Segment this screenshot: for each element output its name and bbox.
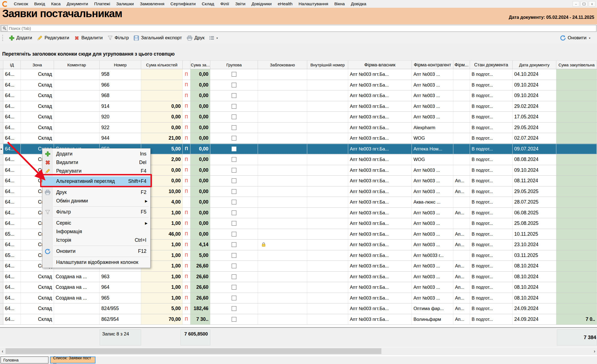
- menubar-item-14[interactable]: Вікна: [331, 1, 348, 6]
- column-header-9[interactable]: Заблоковано: [258, 61, 307, 69]
- export-button[interactable]: Загальний експорт: [131, 34, 184, 42]
- group-checkbox[interactable]: [232, 285, 236, 290]
- menubar-item-0[interactable]: Список: [11, 1, 31, 6]
- context-menu-item-exchange[interactable]: Обмін даними ▶: [42, 197, 150, 205]
- print-button[interactable]: Друк: [184, 34, 207, 42]
- column-header-4[interactable]: Номер: [100, 61, 141, 69]
- group-checkbox[interactable]: [232, 264, 236, 268]
- menubar-item-11[interactable]: Довідники: [249, 1, 275, 6]
- group-checkbox[interactable]: [232, 104, 236, 109]
- menubar-item-4[interactable]: Платежі: [91, 1, 113, 6]
- table-row[interactable]: 64...Склад9140,00П0,00Апт №003 пгт.Ба...…: [0, 101, 597, 112]
- column-header-3[interactable]: Коментар: [54, 61, 100, 69]
- group-checkbox[interactable]: [232, 189, 236, 194]
- group-checkbox[interactable]: [232, 296, 236, 300]
- table-row[interactable]: 64...Склад958П0,00Апт №003 пгт.Ба...Апт …: [0, 69, 597, 80]
- menubar-item-2[interactable]: Каса: [48, 1, 64, 6]
- group-checkbox[interactable]: [232, 115, 236, 119]
- group-checkbox[interactable]: [232, 157, 236, 162]
- minimize-button[interactable]: –: [573, 1, 579, 7]
- edit-button[interactable]: Редагувати: [35, 34, 72, 42]
- table-row[interactable]: 64...Склад968П0,00Апт №003 пгт.Ба...Апт …: [0, 90, 597, 101]
- group-checkbox[interactable]: [232, 221, 236, 226]
- column-header-11[interactable]: Фірма-власник: [348, 61, 412, 69]
- column-header-1[interactable]: ІД: [3, 61, 21, 69]
- group-checkbox[interactable]: [232, 72, 236, 77]
- context-menu-item-alt-view[interactable]: Альтернативний перегляд Shift+F4: [42, 176, 150, 186]
- scroll-left-arrow[interactable]: ‹: [0, 347, 5, 355]
- scroll-right-arrow[interactable]: ›: [592, 347, 597, 355]
- menubar-item-7[interactable]: Сертифікати: [167, 1, 199, 6]
- group-checkbox[interactable]: [232, 93, 236, 98]
- column-header-15[interactable]: Дата документу: [513, 61, 556, 69]
- column-header-7[interactable]: Сума за...: [190, 61, 210, 69]
- context-menu-item-edit[interactable]: Редагувати F4: [42, 167, 150, 175]
- scrollbar-thumb[interactable]: [6, 348, 381, 354]
- restore-button[interactable]: [581, 1, 587, 7]
- group-checkbox[interactable]: [232, 136, 236, 141]
- group-checkbox[interactable]: [232, 178, 236, 183]
- refresh-button[interactable]: Оновити ▾: [560, 35, 590, 41]
- close-button[interactable]: x: [589, 1, 595, 7]
- group-checkbox[interactable]: [232, 242, 236, 247]
- search-input[interactable]: [8, 26, 596, 31]
- menubar-item-9[interactable]: Філії: [217, 1, 232, 6]
- group-checkbox[interactable]: [232, 210, 236, 215]
- context-menu-item-refresh[interactable]: Оновити F12: [42, 247, 150, 256]
- menubar-item-15[interactable]: Довідка: [348, 1, 369, 6]
- context-menu-item-columns[interactable]: Налаштувати відображення колонок: [42, 258, 150, 267]
- column-header-2[interactable]: Зона: [21, 61, 54, 69]
- context-menu-item-filter[interactable]: Фільтр F5: [42, 208, 150, 216]
- group-checkbox[interactable]: [232, 306, 236, 311]
- column-header-6[interactable]: [183, 61, 190, 69]
- group-checkbox[interactable]: [232, 147, 236, 151]
- group-checkbox[interactable]: [232, 83, 236, 87]
- context-menu-item-history[interactable]: Історія Ctrl+I: [42, 236, 150, 245]
- search-box[interactable]: [1, 25, 596, 32]
- context-menu-item-add[interactable]: Додати Ins: [42, 150, 150, 158]
- menubar-item-5[interactable]: Залишки: [113, 1, 137, 6]
- group-checkbox[interactable]: [232, 168, 236, 173]
- menubar-item-13[interactable]: Налаштування: [296, 1, 331, 6]
- table-row[interactable]: 64...Склад94421,00П0,00Апт №003 пгт.Ба..…: [0, 133, 597, 144]
- table-row[interactable]: 64...Склад824/9555,00П182,46Апт №003 пгт…: [0, 303, 597, 314]
- menubar-item-10[interactable]: Звіти: [232, 1, 249, 6]
- table-row[interactable]: 64...Склад9200,00П0,00Апт №003 пгт.Ба...…: [0, 112, 597, 123]
- table-row[interactable]: 64...Склад9220,00П0,00Апт №003 пгт.Ба...…: [0, 123, 597, 133]
- table-row[interactable]: 64...Склад966П0,00Апт №003 пгт.Ба...Апт …: [0, 80, 597, 91]
- column-header-8[interactable]: Групова: [210, 61, 258, 69]
- column-header-14[interactable]: Стан документа: [470, 61, 513, 69]
- context-menu-item-info[interactable]: Інформація: [42, 227, 150, 236]
- menubar-item-12[interactable]: eHealth: [275, 1, 295, 6]
- group-checkbox[interactable]: [232, 317, 236, 322]
- menubar-item-3[interactable]: Документи: [64, 1, 91, 6]
- context-menu-item-print[interactable]: Друк F2: [42, 188, 150, 197]
- table-row[interactable]: 64...Склад862/95470,00П7 30..Апт №003 пг…: [0, 314, 597, 325]
- menubar-item-6[interactable]: Замовлення: [137, 1, 167, 6]
- column-header-13[interactable]: Фірм...: [453, 61, 470, 69]
- view-options-button[interactable]: ▾: [207, 35, 220, 41]
- group-by-panel[interactable]: Перетягніть заголовок колонки сюди для у…: [0, 43, 597, 60]
- column-header-10[interactable]: Внутрішній номер: [307, 61, 348, 69]
- group-checkbox[interactable]: [232, 274, 236, 279]
- menubar-item-1[interactable]: Вихід: [31, 1, 48, 6]
- group-checkbox[interactable]: [232, 200, 236, 204]
- tab-list-active[interactable]: Список: Заявки пост ...: [50, 357, 95, 363]
- group-checkbox[interactable]: [232, 253, 236, 258]
- table-row[interactable]: 64...СкладСоздана на ...9641,00П26,60Апт…: [0, 282, 597, 293]
- add-button[interactable]: Додати: [7, 34, 35, 42]
- context-menu-item-delete[interactable]: Видалити Del: [42, 158, 150, 167]
- delete-button[interactable]: Видалити: [72, 34, 105, 42]
- context-menu-item-service[interactable]: Сервіс ▶: [42, 219, 150, 227]
- column-header-12[interactable]: Фірма-контрагент: [412, 61, 453, 69]
- group-checkbox[interactable]: [232, 125, 236, 130]
- toolbar-grip[interactable]: [2, 35, 4, 41]
- table-row[interactable]: 64...СкладСоздана на ...9631,00П26,60Апт…: [0, 272, 597, 282]
- column-header-16[interactable]: Сума закупівельна: [556, 61, 597, 69]
- table-row[interactable]: 64...СкладСоздана на ...9651,00П26,60Апт…: [0, 293, 597, 304]
- group-checkbox[interactable]: [232, 232, 236, 236]
- column-header-5[interactable]: Сума кількостей: [141, 61, 183, 69]
- filter-button[interactable]: Фільтр: [105, 34, 131, 42]
- tab-home[interactable]: Головна: [1, 357, 48, 363]
- menubar-item-8[interactable]: Склад: [199, 1, 217, 6]
